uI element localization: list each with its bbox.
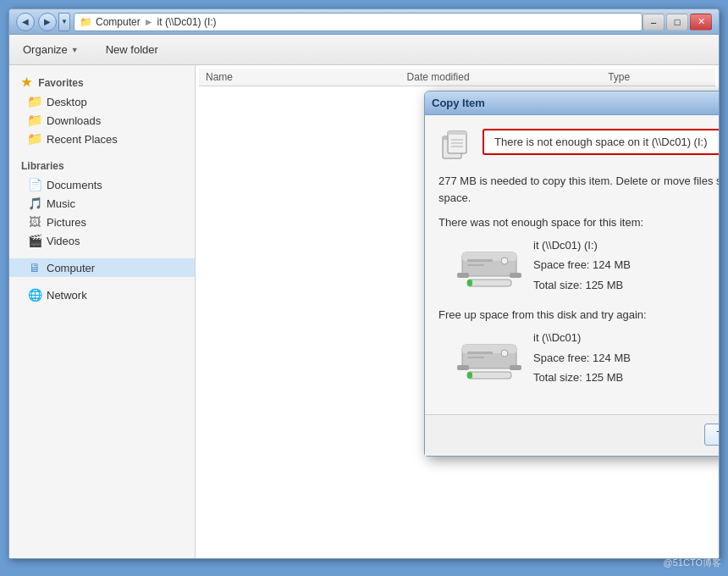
svg-rect-23 xyxy=(467,352,493,354)
svg-rect-14 xyxy=(467,259,493,262)
dialog-body: There is not enough space on it (\\Dc01)… xyxy=(425,115,719,414)
copy-icon-area xyxy=(438,129,472,163)
disk2-info-row: it (\\Dc01) Space free: 124 MB Total siz… xyxy=(438,328,719,387)
forward-button[interactable]: ▶ xyxy=(38,13,57,31)
section1-label: There was not enough space for this item… xyxy=(438,216,719,229)
col-date: Date modified xyxy=(407,71,609,83)
sidebar-item-computer[interactable]: 🖥 Computer xyxy=(9,258,195,277)
dialog-footer: Try Again Cancel xyxy=(425,414,719,456)
sidebar-computer-section: 🖥 Computer xyxy=(9,258,195,277)
sidebar-item-desktop[interactable]: 📁 Desktop xyxy=(9,92,195,111)
try-again-button[interactable]: Try Again xyxy=(704,424,719,446)
svg-rect-15 xyxy=(467,264,484,266)
address-folder-icon: 📁 xyxy=(80,16,92,28)
disk1-name: it (\\Dc01) (I:) xyxy=(533,235,631,255)
history-button[interactable]: ▼ xyxy=(58,13,70,31)
svg-rect-20 xyxy=(467,372,511,379)
maximize-button[interactable]: □ xyxy=(666,14,688,30)
title-bar-controls: – □ ✕ xyxy=(643,14,712,30)
main-content: Name Date modified Type Copy Item ✕ xyxy=(196,65,719,558)
disk2-icon xyxy=(455,328,523,387)
svg-rect-12 xyxy=(467,280,472,286)
downloads-folder-icon: 📁 xyxy=(28,114,41,127)
disk1-total-size: Total size: 125 MB xyxy=(533,275,631,295)
documents-icon: 📄 xyxy=(28,178,41,191)
disk1-icon xyxy=(455,235,523,295)
network-icon: 🌐 xyxy=(28,288,41,302)
desktop-folder-icon: 📁 xyxy=(28,95,41,108)
dialog-title-bar: Copy Item ✕ xyxy=(425,91,719,115)
sidebar-item-downloads[interactable]: 📁 Downloads xyxy=(9,111,195,130)
sidebar-item-documents[interactable]: 📄 Documents xyxy=(9,175,195,194)
address-part2: it (\\Dc01) (I:) xyxy=(157,16,217,28)
computer-icon: 🖥 xyxy=(28,261,41,274)
svg-rect-19 xyxy=(510,365,521,370)
address-part1: Computer xyxy=(96,16,141,28)
sidebar-item-music[interactable]: 🎵 Music xyxy=(9,194,195,213)
svg-rect-10 xyxy=(510,273,521,278)
content-area: ★ Favorites 📁 Desktop 📁 Downloads xyxy=(9,65,719,558)
disk2-name: it (\\Dc01) xyxy=(533,328,631,347)
disk2-space-free: Space free: 124 MB xyxy=(533,348,631,368)
videos-icon: 🎬 xyxy=(28,234,41,247)
error-title-text: There is not enough space on it (\\Dc01)… xyxy=(494,136,707,148)
sidebar-libraries-header[interactable]: Libraries xyxy=(9,157,195,175)
main-window: ◀ ▶ ▼ 📁 Computer ► it (\\Dc01) (I:) – □ … xyxy=(8,8,720,559)
pictures-icon: 🖼 xyxy=(28,215,41,229)
favorites-star-icon: ★ xyxy=(21,75,32,89)
organize-label: Organize xyxy=(23,43,68,56)
sidebar-item-videos[interactable]: 🎬 Videos xyxy=(9,231,195,250)
sidebar-item-pictures[interactable]: 🖼 Pictures xyxy=(9,213,195,231)
disk1-text: it (\\Dc01) (I:) Space free: 124 MB Tota… xyxy=(533,235,631,295)
dialog-description: 277 MB is needed to copy this item. Dele… xyxy=(438,173,719,206)
sidebar-libraries-section: Libraries 📄 Documents 🎵 Music 🖼 xyxy=(9,157,195,250)
recent-places-icon: 📁 xyxy=(28,132,41,146)
new-folder-label: New folder xyxy=(106,43,158,56)
new-folder-button[interactable]: New folder xyxy=(101,41,163,58)
dialog-title: Copy Item xyxy=(432,97,719,109)
music-icon: 🎵 xyxy=(28,197,41,210)
svg-rect-3 xyxy=(448,131,466,135)
address-sep1: ► xyxy=(144,16,154,28)
sidebar-network-section: 🌐 Network xyxy=(9,285,195,304)
column-headers: Name Date modified Type xyxy=(199,69,715,86)
watermark: @51CTO博客 xyxy=(664,557,721,569)
toolbar: Organize ▼ New folder xyxy=(9,35,719,65)
sidebar: ★ Favorites 📁 Desktop 📁 Downloads xyxy=(9,65,196,558)
title-bar: ◀ ▶ ▼ 📁 Computer ► it (\\Dc01) (I:) – □ … xyxy=(9,9,719,35)
section2-label: Free up space from this disk and try aga… xyxy=(438,308,719,321)
sidebar-favorites-header[interactable]: ★ Favorites xyxy=(9,72,195,92)
disk2-text: it (\\Dc01) Space free: 124 MB Total siz… xyxy=(533,328,631,387)
svg-rect-21 xyxy=(467,372,472,379)
address-bar[interactable]: 📁 Computer ► it (\\Dc01) (I:) xyxy=(74,13,643,31)
back-button[interactable]: ◀ xyxy=(16,13,35,31)
close-button[interactable]: ✕ xyxy=(690,14,712,30)
sidebar-favorites-section: ★ Favorites 📁 Desktop 📁 Downloads xyxy=(9,72,195,148)
copy-files-icon xyxy=(439,130,472,162)
disk1-svg xyxy=(455,235,523,295)
disk1-space-free: Space free: 124 MB xyxy=(533,255,631,274)
error-title-box: There is not enough space on it (\\Dc01)… xyxy=(483,129,719,155)
svg-rect-11 xyxy=(467,280,511,286)
organize-chevron-icon: ▼ xyxy=(71,46,79,54)
title-bar-left: ◀ ▶ ▼ 📁 Computer ► it (\\Dc01) (I:) xyxy=(16,13,643,31)
dialog-header-row: There is not enough space on it (\\Dc01)… xyxy=(438,129,719,163)
disk2-total-size: Total size: 125 MB xyxy=(533,368,631,387)
disk1-info-row: it (\\Dc01) (I:) Space free: 124 MB Tota… xyxy=(438,235,719,295)
col-type: Type xyxy=(608,71,709,83)
col-name: Name xyxy=(206,71,407,83)
sidebar-item-network[interactable]: 🌐 Network xyxy=(9,285,195,304)
svg-point-22 xyxy=(501,350,508,357)
sidebar-item-recent-places[interactable]: 📁 Recent Places xyxy=(9,130,195,148)
svg-rect-9 xyxy=(457,273,469,278)
disk2-svg xyxy=(455,328,523,387)
svg-rect-24 xyxy=(467,357,484,358)
minimize-button[interactable]: – xyxy=(643,14,665,30)
svg-point-13 xyxy=(501,258,508,264)
svg-rect-18 xyxy=(457,365,469,370)
copy-item-dialog: Copy Item ✕ xyxy=(424,91,719,457)
organize-button[interactable]: Organize ▼ xyxy=(18,41,84,58)
